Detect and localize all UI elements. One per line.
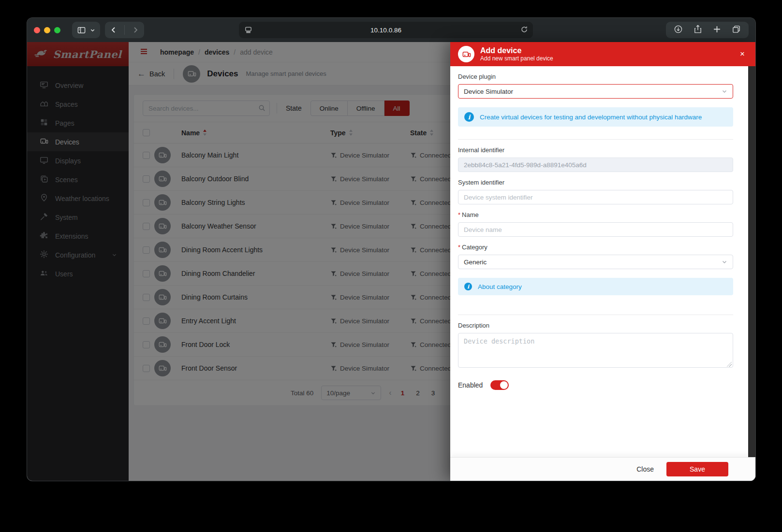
traffic-lights — [34, 27, 60, 33]
chevron-down-icon — [722, 88, 727, 94]
info-icon: i — [464, 283, 472, 290]
back-icon[interactable] — [110, 26, 118, 34]
tab-overview-icon[interactable] — [732, 25, 741, 36]
category-select[interactable]: Generic — [458, 255, 733, 269]
description-label: Description — [458, 322, 733, 329]
drawer-title: Add device — [480, 46, 553, 55]
sidebar-toggle-button[interactable] — [72, 22, 100, 38]
internal-identifier-label: Internal identifier — [458, 146, 733, 154]
drawer-body: Device plugin Device Simulator i Create … — [450, 66, 755, 457]
resize-handle[interactable] — [727, 362, 732, 367]
address-bar[interactable]: 10.10.0.86 — [239, 22, 533, 38]
about-category-link[interactable]: About category — [478, 283, 522, 290]
category-label: *Category — [458, 244, 733, 251]
plugin-info-banner: i Create virtual devices for testing and… — [458, 107, 733, 127]
browser-titlebar: 10.10.0.86 — [27, 18, 755, 42]
save-button[interactable]: Save — [666, 462, 728, 476]
internal-identifier-field — [458, 158, 733, 172]
required-asterisk: * — [458, 244, 460, 251]
chevron-down-icon — [722, 259, 727, 265]
device-name-field[interactable] — [458, 222, 733, 237]
forward-icon[interactable] — [132, 26, 139, 34]
zoom-window-button[interactable] — [54, 27, 60, 33]
reload-icon[interactable] — [520, 26, 528, 35]
divider — [458, 315, 733, 315]
history-nav — [105, 22, 144, 38]
downloads-icon[interactable] — [674, 25, 683, 36]
drawer-footer: Close Save — [450, 457, 755, 481]
close-button[interactable]: Close — [636, 465, 654, 473]
add-device-icon — [458, 46, 474, 62]
category-info-banner: i About category — [458, 278, 733, 295]
nav-divider — [124, 25, 125, 35]
chevron-down-icon — [90, 28, 95, 33]
new-tab-icon[interactable] — [713, 25, 721, 35]
drawer-subtitle: Add new smart panel device — [480, 55, 553, 62]
enabled-label: Enabled — [458, 381, 483, 389]
name-label: *Name — [458, 211, 733, 218]
close-window-button[interactable] — [34, 27, 40, 33]
system-identifier-field[interactable] — [458, 190, 733, 204]
system-identifier-label: System identifier — [458, 179, 733, 186]
browser-sidebar-icon — [77, 26, 86, 35]
app-page: SmartPanel Overview Spaces Pages Devices… — [27, 42, 755, 481]
info-icon: i — [464, 112, 474, 122]
drawer-scrollbar[interactable] — [748, 66, 755, 457]
device-plugin-select[interactable]: Device Simulator — [458, 84, 733, 99]
url-text: 10.10.0.86 — [370, 27, 401, 34]
plugin-info-text: Create virtual devices for testing and d… — [480, 114, 702, 121]
browser-window: 10.10.0.86 — [27, 18, 755, 481]
share-icon[interactable] — [693, 25, 702, 36]
reader-icon[interactable] — [244, 26, 252, 35]
close-icon[interactable]: × — [737, 47, 748, 61]
divider — [458, 139, 733, 140]
toggle-knob — [500, 381, 508, 389]
enabled-toggle[interactable] — [490, 380, 509, 390]
device-plugin-label: Device plugin — [458, 73, 733, 80]
browser-actions — [666, 22, 749, 38]
required-asterisk: * — [458, 211, 460, 218]
add-device-drawer: Add device Add new smart panel device × … — [450, 42, 755, 481]
minimize-window-button[interactable] — [44, 27, 50, 33]
drawer-header: Add device Add new smart panel device × — [450, 42, 755, 66]
description-field[interactable] — [458, 333, 733, 368]
enabled-row: Enabled — [458, 380, 733, 390]
